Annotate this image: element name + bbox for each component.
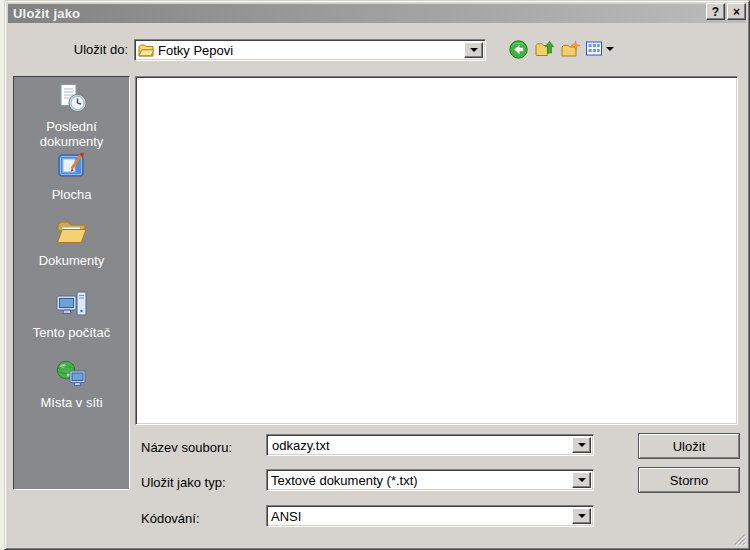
save-button[interactable]: Uložit — [638, 433, 740, 459]
dropdown-arrow-icon — [578, 514, 586, 518]
resize-grip[interactable] — [733, 533, 746, 546]
filename-combobox[interactable] — [266, 434, 594, 456]
filetype-dropdown-button[interactable] — [572, 472, 591, 488]
filename-dropdown-button[interactable] — [572, 437, 591, 453]
encoding-combobox[interactable]: ANSI — [266, 505, 594, 527]
folder-icon — [135, 43, 154, 57]
sidebar-item-my-computer[interactable]: Tento počítač — [14, 288, 129, 340]
back-icon — [509, 40, 528, 59]
places-sidebar: Poslední dokumenty Plocha — [13, 76, 130, 490]
sidebar-item-network-places[interactable]: Místa v síti — [14, 358, 129, 410]
filetype-value: Textové dokumenty (*.txt) — [267, 473, 418, 488]
sidebar-item-documents[interactable]: Dokumenty — [14, 216, 129, 268]
dialog-toolbar — [507, 38, 615, 60]
new-folder-button[interactable] — [559, 38, 581, 60]
recent-documents-icon — [55, 83, 89, 115]
help-button[interactable]: ? — [706, 3, 725, 20]
save-as-dialog: Uložit jako ? × Uložit do: Fotky Pepovi — [4, 0, 750, 550]
dropdown-arrow-icon — [470, 48, 478, 52]
resize-grip-icon — [733, 533, 746, 546]
encoding-value: ANSI — [267, 509, 301, 524]
views-menu-button[interactable] — [585, 38, 615, 60]
save-in-dropdown-button[interactable] — [464, 42, 483, 58]
dropdown-arrow-icon — [578, 443, 586, 447]
back-button[interactable] — [507, 38, 529, 60]
close-button[interactable]: × — [727, 3, 746, 20]
titlebar[interactable]: Uložit jako — [8, 4, 746, 23]
up-one-level-icon — [535, 40, 554, 59]
sidebar-item-label: Tento počítač — [14, 324, 129, 340]
sidebar-item-recent-documents[interactable]: Poslední dokumenty — [14, 83, 129, 149]
sidebar-item-label: Místa v síti — [14, 394, 129, 410]
filename-input[interactable] — [269, 437, 571, 453]
filetype-label: Uložit jako typ: — [141, 475, 226, 490]
views-icon — [586, 40, 604, 58]
up-one-level-button[interactable] — [533, 38, 555, 60]
network-places-icon — [55, 358, 89, 391]
save-in-combobox[interactable]: Fotky Pepovi — [134, 39, 486, 61]
sidebar-item-label: Poslední dokumenty — [14, 118, 129, 149]
my-computer-icon — [55, 288, 89, 321]
dropdown-arrow-icon — [578, 478, 586, 482]
filename-label: Název souboru: — [141, 440, 232, 455]
documents-icon — [55, 216, 89, 249]
cancel-button[interactable]: Storno — [638, 467, 740, 493]
encoding-dropdown-button[interactable] — [572, 508, 591, 524]
filetype-combobox[interactable]: Textové dokumenty (*.txt) — [266, 469, 594, 491]
window-title: Uložit jako — [13, 6, 80, 21]
views-dropdown-arrow-icon — [606, 47, 614, 51]
save-in-value: Fotky Pepovi — [154, 43, 233, 58]
desktop-icon — [55, 149, 89, 183]
sidebar-item-desktop[interactable]: Plocha — [14, 149, 129, 202]
sidebar-item-label: Plocha — [14, 186, 129, 202]
encoding-label: Kódování: — [141, 511, 200, 526]
new-folder-icon — [561, 40, 580, 59]
file-list[interactable] — [135, 76, 738, 425]
sidebar-item-label: Dokumenty — [14, 252, 129, 268]
save-in-label: Uložit do: — [5, 42, 128, 57]
